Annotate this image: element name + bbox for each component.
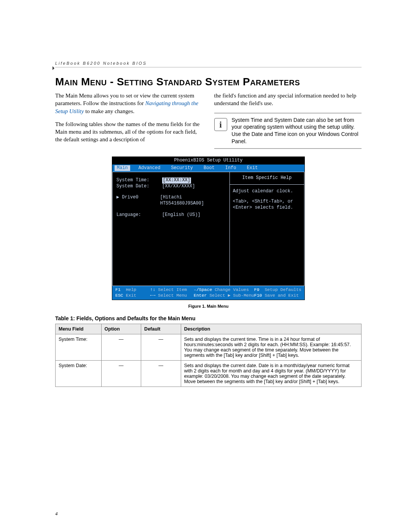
bios-language-label: Language: bbox=[116, 212, 162, 218]
key-esc: ESC bbox=[115, 293, 123, 298]
foot-select-item: Select Item bbox=[158, 287, 187, 292]
bios-help-line2: <Tab>, <Shift-Tab>, or <Enter> selects f… bbox=[233, 199, 301, 211]
cell-field: System Date: bbox=[56, 361, 102, 387]
col-description: Description bbox=[181, 324, 361, 334]
foot-select-menu: Select Menu bbox=[158, 293, 187, 298]
cell-option: — bbox=[101, 334, 141, 361]
cell-option: — bbox=[101, 361, 141, 387]
cell-field: System Time: bbox=[56, 334, 102, 361]
bios-tab-boot[interactable]: Boot bbox=[198, 165, 220, 171]
page-number: 4 bbox=[55, 511, 58, 517]
foot-save-exit: Save and Exit bbox=[264, 293, 299, 298]
bios-help-line1: Adjust calendar clock. bbox=[233, 189, 301, 195]
key-f1: F1 bbox=[115, 287, 121, 292]
info-icon: i bbox=[214, 118, 227, 131]
key-f9: F9 bbox=[254, 287, 260, 292]
bios-tab-info[interactable]: Info bbox=[220, 165, 242, 171]
foot-help: Help bbox=[126, 287, 137, 292]
bios-system-time-label: System Time: bbox=[116, 177, 162, 184]
intro-text: to make any changes. bbox=[85, 108, 134, 114]
cell-description: Sets and displays the current date. Date… bbox=[181, 361, 361, 387]
foot-exit: Exit bbox=[126, 293, 137, 298]
col-option: Option bbox=[101, 324, 141, 334]
bios-tab-main[interactable]: Main bbox=[115, 165, 130, 171]
fields-table: Menu Field Option Default Description Sy… bbox=[55, 324, 362, 387]
intro-para-3: the field's function and any special inf… bbox=[214, 92, 362, 107]
bios-tab-exit[interactable]: Exit bbox=[242, 165, 263, 171]
figure-caption: Figure 1. Main Menu bbox=[55, 304, 362, 308]
info-text: System Time and System Date can also be … bbox=[232, 117, 362, 145]
bios-tab-security[interactable]: Security bbox=[166, 165, 198, 171]
triangle-right-icon: ▶ bbox=[116, 195, 122, 200]
key-f10: F10 bbox=[254, 293, 262, 298]
bios-help-title: Item Specific Help bbox=[230, 172, 304, 185]
bios-main-panel: System Time: [XX:XX:XX] System Date: [XX… bbox=[112, 172, 229, 286]
bios-system-date-value[interactable]: [XX/XX/XXXX] bbox=[162, 184, 195, 190]
info-box: i System Time and System Date can also b… bbox=[214, 113, 362, 149]
key-enter: Enter bbox=[194, 293, 207, 298]
foot-change-values: Change Values bbox=[215, 287, 249, 292]
intro-columns: The Main Menu allows you to set or view … bbox=[55, 92, 362, 149]
bios-drive0-value: [Hitachi HTS541680J9SA00] bbox=[160, 195, 226, 206]
arrows-updown-icon: ↑↓ bbox=[150, 287, 156, 292]
arrows-leftright-icon: ←→ bbox=[150, 293, 156, 298]
page-header: LifeBook B6200 Notebook BIOS bbox=[55, 61, 362, 67]
bios-drive0-label[interactable]: ▶ Drive0 bbox=[116, 195, 160, 206]
table-row: System Time: — — Sets and displays the c… bbox=[56, 334, 362, 361]
cell-description: Sets and displays the current time. Time… bbox=[181, 334, 361, 361]
table-caption: Table 1: Fields, Options and Defaults fo… bbox=[55, 315, 362, 321]
intro-para-2: The following tables show the names of t… bbox=[55, 120, 203, 144]
bios-system-date-label: System Date: bbox=[116, 184, 162, 190]
table-row: System Date: — — Sets and displays the c… bbox=[56, 361, 362, 387]
foot-select-submenu: Select ▶ Sub-Menu bbox=[209, 293, 254, 298]
cell-default: — bbox=[141, 361, 181, 387]
bios-help-panel: Item Specific Help Adjust calendar clock… bbox=[229, 172, 304, 286]
bios-system-time-value[interactable]: [XX:XX:XX] bbox=[162, 177, 191, 184]
bios-language-value[interactable]: [English (US)] bbox=[162, 212, 201, 218]
bios-tab-advanced[interactable]: Advanced bbox=[133, 165, 166, 171]
col-default: Default bbox=[141, 324, 181, 334]
bios-footer: F1 Help ↑↓ Select Item -/Space Change Va… bbox=[112, 286, 304, 300]
col-menu-field: Menu Field bbox=[56, 324, 102, 334]
bios-menubar: Main Advanced Security Boot Info Exit bbox=[112, 165, 304, 172]
key-space: -/Space bbox=[194, 287, 212, 292]
bios-title: PhoenixBIOS Setup Utility bbox=[112, 157, 304, 165]
cell-default: — bbox=[141, 334, 181, 361]
bios-screenshot: PhoenixBIOS Setup Utility Main Advanced … bbox=[112, 157, 305, 300]
page-title: Main Menu - Setting Standard System Para… bbox=[55, 76, 362, 88]
foot-setup-defaults: Setup Defaults bbox=[264, 287, 301, 292]
intro-para-1: The Main Menu allows you to set or view … bbox=[55, 92, 203, 115]
